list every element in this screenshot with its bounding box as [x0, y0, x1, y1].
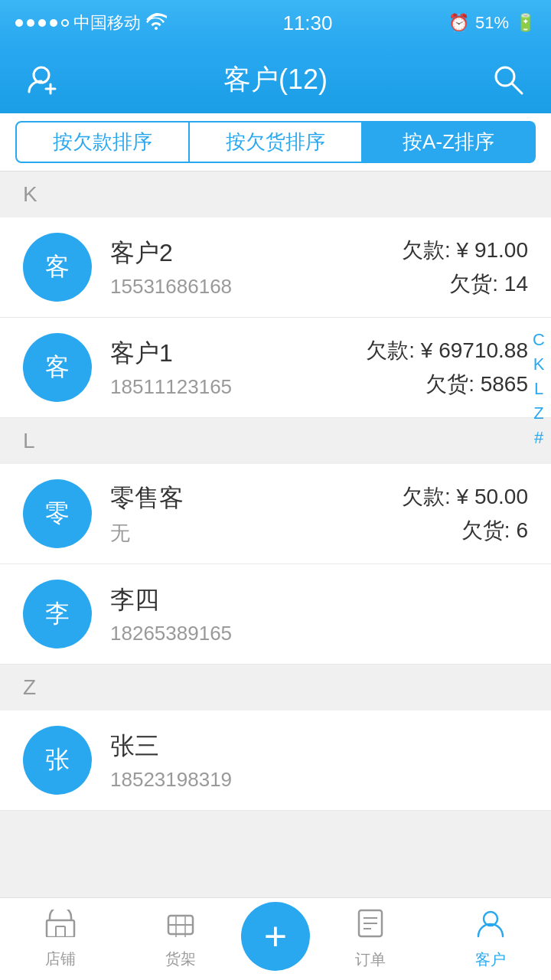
customer-info: 客户1 18511123165 [110, 337, 366, 399]
customer-phone: 18511123165 [110, 375, 366, 399]
dot1 [15, 19, 23, 27]
tab-sort-goods[interactable]: 按欠货排序 [190, 121, 363, 163]
tab-sort-debt[interactable]: 按欠款排序 [15, 121, 190, 163]
index-letter-z[interactable]: Z [533, 403, 543, 424]
index-letter-c[interactable]: C [533, 329, 545, 351]
customer-info: 客户2 15531686168 [110, 237, 402, 299]
customer-info: 张三 18523198319 [110, 730, 528, 792]
customer-goods: 欠货: 14 [402, 270, 528, 299]
customer-info: 李四 18265389165 [110, 583, 528, 645]
customer-name: 张三 [110, 730, 528, 763]
nav-item-shop[interactable]: 店铺 [0, 910, 121, 969]
alarm-icon: ⏰ [448, 13, 469, 33]
customer-item[interactable]: 李 李四 18265389165 [0, 564, 551, 665]
customer-debt: 欠款: ¥ 69710.88 [366, 336, 528, 365]
header: 客户(12) [0, 46, 551, 113]
index-letter-hash[interactable]: # [534, 427, 543, 449]
section-header-k: K [0, 172, 551, 217]
section-l-list: 零 零售客 无 欠款: ¥ 50.00 欠货: 6 李 李四 182653891… [0, 464, 551, 665]
avatar: 客 [23, 333, 92, 402]
section-z-list: 张 张三 18523198319 [0, 710, 551, 811]
dot5 [61, 19, 69, 27]
customer-item[interactable]: 客 客户2 15531686168 欠款: ¥ 91.00 欠货: 14 [0, 217, 551, 318]
order-icon [357, 909, 383, 945]
avatar: 客 [23, 233, 92, 302]
nav-label-customer: 客户 [475, 949, 506, 970]
section-header-z: Z [0, 665, 551, 710]
battery-icon: 🔋 [515, 13, 536, 33]
search-button[interactable] [488, 60, 528, 100]
svg-rect-6 [56, 926, 65, 937]
customer-item[interactable]: 张 张三 18523198319 [0, 710, 551, 811]
customer-debt: 欠款: ¥ 50.00 [402, 482, 528, 511]
carrier-label: 中国移动 [73, 11, 141, 34]
svg-line-4 [512, 83, 522, 93]
status-right: ⏰ 51% 🔋 [448, 13, 536, 33]
customer-phone: 18265389165 [110, 622, 528, 645]
customer-stats: 欠款: ¥ 91.00 欠货: 14 [402, 236, 528, 299]
plus-icon: + [264, 916, 287, 956]
section-header-l: L [0, 418, 551, 464]
dot2 [27, 19, 34, 27]
battery-label: 51% [475, 13, 509, 33]
svg-rect-5 [47, 920, 74, 937]
customer-item[interactable]: 客 客户1 18511123165 欠款: ¥ 69710.88 欠货: 586… [0, 318, 551, 418]
status-left: 中国移动 [15, 11, 167, 34]
customer-goods: 欠货: 5865 [366, 370, 528, 399]
avatar: 李 [23, 580, 92, 648]
wifi-icon [145, 13, 167, 34]
customer-item[interactable]: 零 零售客 无 欠款: ¥ 50.00 欠货: 6 [0, 464, 551, 564]
signal-dots [15, 19, 69, 27]
customer-debt: 欠款: ¥ 91.00 [402, 236, 528, 265]
nav-label-shop: 店铺 [45, 949, 76, 969]
avatar: 张 [23, 726, 92, 795]
customer-phone: 无 [110, 520, 402, 547]
nav-item-order[interactable]: 订单 [310, 909, 431, 970]
customer-stats: 欠款: ¥ 50.00 欠货: 6 [402, 482, 528, 545]
bottom-nav: 店铺 货架 + 订单 [0, 897, 551, 980]
customer-name: 零售客 [110, 482, 402, 515]
section-k-list: 客 客户2 15531686168 欠款: ¥ 91.00 欠货: 14 客 客… [0, 217, 551, 418]
customer-name: 李四 [110, 583, 528, 617]
nav-item-customer[interactable]: 客户 [431, 909, 552, 970]
customer-goods: 欠货: 6 [402, 516, 528, 545]
customer-list-container: K 客 客户2 15531686168 欠款: ¥ 91.00 欠货: 14 客… [0, 172, 551, 903]
add-button[interactable]: + [241, 902, 310, 971]
customer-name: 客户1 [110, 337, 366, 371]
tab-sort-az[interactable]: 按A-Z排序 [363, 121, 536, 163]
add-customer-button[interactable] [23, 60, 63, 100]
status-time: 11:30 [282, 11, 332, 35]
index-sidebar: C K L Z # [527, 322, 551, 456]
customer-icon [476, 909, 505, 945]
index-letter-k[interactable]: K [533, 354, 545, 375]
customer-name: 客户2 [110, 237, 402, 270]
sort-tabs: 按欠款排序 按欠货排序 按A-Z排序 [0, 113, 551, 172]
index-letter-l[interactable]: L [534, 378, 543, 400]
nav-label-shelf: 货架 [165, 949, 196, 969]
customer-phone: 15531686168 [110, 275, 402, 299]
customer-info: 零售客 无 [110, 482, 402, 547]
status-bar: 中国移动 11:30 ⏰ 51% 🔋 [0, 0, 551, 46]
customer-phone: 18523198319 [110, 768, 528, 792]
customer-stats: 欠款: ¥ 69710.88 欠货: 5865 [366, 336, 528, 399]
dot4 [50, 19, 57, 27]
page-title: 客户(12) [223, 61, 328, 99]
shop-icon [45, 910, 76, 944]
avatar: 零 [23, 479, 92, 548]
nav-label-order: 订单 [355, 949, 386, 970]
shelf-icon [165, 910, 196, 944]
nav-item-shelf[interactable]: 货架 [121, 910, 242, 969]
dot3 [38, 19, 46, 27]
